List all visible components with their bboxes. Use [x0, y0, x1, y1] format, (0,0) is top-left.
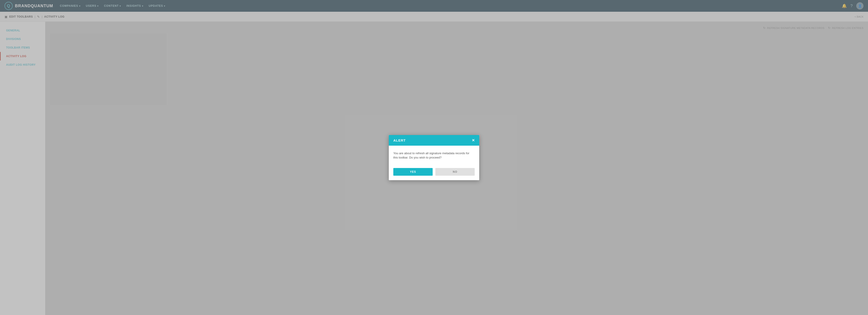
modal-no-button[interactable]: NO	[435, 168, 475, 176]
modal-footer: YES NO	[389, 165, 479, 180]
modal-message: You are about to refresh all signature m…	[393, 151, 469, 160]
modal-body: You are about to refresh all signature m…	[389, 146, 479, 165]
alert-modal: ALERT ✕ You are about to refresh all sig…	[389, 135, 479, 180]
modal-close-button[interactable]: ✕	[472, 138, 475, 142]
modal-backdrop: ALERT ✕ You are about to refresh all sig…	[0, 0, 868, 315]
modal-header: ALERT ✕	[389, 135, 479, 146]
modal-title: ALERT	[393, 138, 406, 142]
modal-yes-button[interactable]: YES	[393, 168, 433, 176]
